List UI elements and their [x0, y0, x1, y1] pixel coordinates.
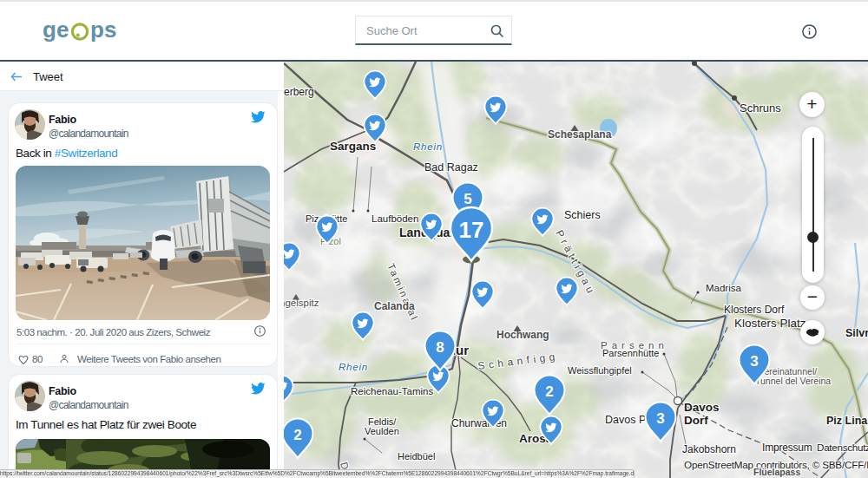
svg-text:5: 5: [464, 191, 471, 207]
svg-text:ps: ps: [90, 19, 116, 43]
svg-text:17: 17: [459, 217, 484, 243]
svg-text:Bad Ragaz: Bad Ragaz: [424, 161, 478, 174]
svg-text:Davos Pl: Davos Pl: [605, 414, 648, 426]
svg-text:Tunnel del Vereina: Tunnel del Vereina: [755, 376, 831, 386]
svg-text:Calanda: Calanda: [374, 300, 415, 312]
svg-text:2: 2: [545, 383, 553, 400]
svg-text:Davos: Davos: [684, 401, 720, 414]
svg-text:ge: ge: [43, 19, 69, 43]
svg-text:erberg: erberg: [284, 86, 314, 98]
svg-text:Hochwang: Hochwang: [496, 329, 549, 341]
svg-text:3: 3: [656, 410, 664, 427]
svg-text:Laufböden: Laufböden: [372, 213, 418, 224]
svg-text:Dorf: Dorf: [684, 414, 708, 427]
svg-text:Klosters Platz: Klosters Platz: [734, 317, 806, 330]
svg-text:Impressum: Impressum: [762, 442, 812, 454]
svg-text:Datenschutz: Datenschutz: [817, 442, 868, 453]
svg-text:Schiers: Schiers: [564, 209, 601, 221]
svg-text:Flüelapass: Flüelapass: [753, 467, 800, 477]
svg-text:Schruns: Schruns: [740, 101, 781, 115]
svg-text:Rhein: Rhein: [339, 362, 368, 372]
svg-text:Parsenn: Parsenn: [601, 340, 668, 350]
svg-text:Schesaplana: Schesaplana: [548, 128, 612, 141]
svg-text:Veulden: Veulden: [365, 426, 399, 436]
svg-text:Reichenau-Tamins: Reichenau-Tamins: [351, 386, 433, 396]
svg-text:2: 2: [293, 427, 301, 443]
svg-text:3: 3: [750, 353, 758, 370]
svg-text:Piz Linar: Piz Linar: [826, 415, 868, 427]
svg-text:8: 8: [436, 339, 444, 356]
svg-text:Heidbüel: Heidbüel: [398, 451, 435, 462]
svg-text:Weissfluhgipfel: Weissfluhgipfel: [568, 365, 632, 376]
svg-text:Madrisa: Madrisa: [706, 283, 742, 293]
svg-text:Sargans: Sargans: [330, 140, 376, 153]
svg-text:ngelspitz: ngelspitz: [284, 298, 319, 308]
svg-text:Jakobshorn: Jakobshorn: [682, 443, 736, 455]
svg-text:Rhein: Rhein: [413, 141, 443, 152]
svg-text:Klosters Dorf: Klosters Dorf: [724, 304, 785, 316]
svg-text:Silvrett: Silvrett: [845, 327, 868, 339]
